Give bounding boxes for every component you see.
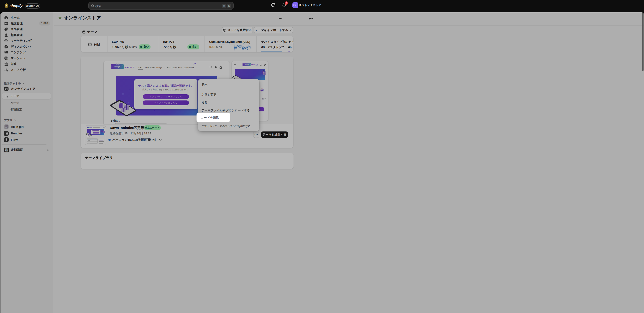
svg-text:S: S [6, 4, 7, 7]
